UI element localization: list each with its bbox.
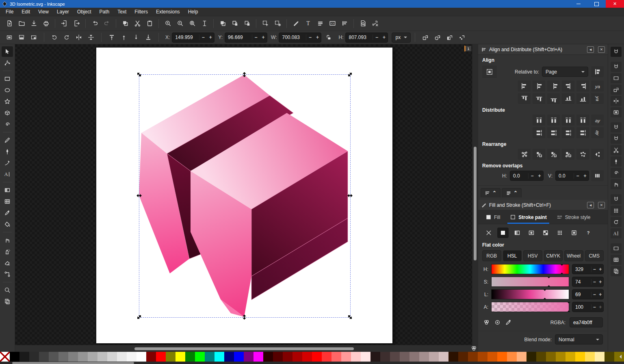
dock-float-button[interactable]: ◄ bbox=[587, 46, 594, 53]
palette-swatch[interactable] bbox=[107, 352, 117, 362]
palette-swatch[interactable] bbox=[556, 352, 566, 362]
palette-swatch[interactable] bbox=[117, 352, 127, 362]
palette-swatch[interactable] bbox=[254, 352, 263, 362]
overlap-v-field[interactable]: 0.0 −+ bbox=[555, 171, 589, 181]
palette-swatch[interactable] bbox=[234, 352, 244, 362]
selection-scale-handle[interactable] bbox=[241, 72, 247, 78]
raise-button[interactable] bbox=[118, 32, 130, 43]
colorspace-tab-hsv[interactable]: HSV bbox=[523, 250, 542, 261]
palette-swatch[interactable] bbox=[78, 352, 88, 362]
select-all-layers-button[interactable] bbox=[15, 32, 28, 43]
align-right-button[interactable] bbox=[562, 80, 574, 91]
lower-button[interactable] bbox=[130, 32, 142, 43]
palette-swatch[interactable] bbox=[526, 352, 536, 362]
horizontal-scrollbar-thumb[interactable] bbox=[134, 347, 354, 350]
selection-scale-handle[interactable] bbox=[347, 314, 353, 320]
exchange-clockwise-button[interactable] bbox=[562, 149, 574, 160]
palette-swatch[interactable] bbox=[302, 352, 312, 362]
palette-swatch[interactable] bbox=[214, 352, 224, 362]
palette-swatch[interactable] bbox=[29, 352, 39, 362]
y-increment[interactable]: + bbox=[260, 35, 267, 40]
palette-swatch[interactable] bbox=[49, 352, 58, 362]
unit-dropdown[interactable]: px bbox=[392, 32, 411, 43]
y-value[interactable]: 96.669 bbox=[225, 35, 252, 40]
h-field[interactable]: 807.093 −+ bbox=[345, 32, 388, 43]
tab-fill[interactable]: Fill bbox=[481, 210, 504, 224]
x-decrement[interactable]: − bbox=[199, 35, 207, 40]
palette-swatch[interactable] bbox=[546, 352, 556, 362]
palette-swatch[interactable] bbox=[536, 352, 546, 362]
unlink-clone-button[interactable] bbox=[241, 18, 253, 29]
selection-scale-handle[interactable] bbox=[241, 314, 247, 320]
overlap-v-value[interactable]: 0.0 bbox=[556, 173, 574, 179]
palette-swatch[interactable] bbox=[458, 352, 468, 362]
randomize-button[interactable] bbox=[576, 149, 589, 160]
palette-swatch[interactable] bbox=[283, 352, 292, 362]
slider-value-field[interactable]: 69−+ bbox=[572, 289, 604, 299]
rgba-value[interactable]: ea74b0ff bbox=[573, 320, 592, 325]
colorspace-tab-hsl[interactable]: HSL bbox=[503, 250, 522, 261]
tool-bezier-pen[interactable] bbox=[2, 146, 13, 157]
dropper-icon[interactable] bbox=[505, 319, 512, 326]
tool-tweak[interactable] bbox=[2, 235, 13, 245]
slider-increment[interactable]: + bbox=[598, 304, 604, 310]
edit-cut-button[interactable] bbox=[131, 18, 143, 29]
tool-node-editor[interactable] bbox=[2, 58, 13, 68]
overlap-h-value[interactable]: 0.0 bbox=[510, 173, 528, 179]
align-dialog-button[interactable] bbox=[338, 18, 351, 29]
tool-star[interactable] bbox=[2, 96, 13, 107]
edit-copy-button[interactable] bbox=[119, 18, 131, 29]
x-field[interactable]: 149.959 −+ bbox=[172, 32, 214, 43]
trace-bitmap-button[interactable] bbox=[271, 18, 284, 29]
dist-centers-h-button[interactable] bbox=[547, 115, 560, 126]
bbox-edges-button[interactable] bbox=[611, 73, 622, 83]
palette-swatch[interactable] bbox=[10, 352, 20, 362]
palette-swatch[interactable] bbox=[517, 352, 526, 362]
dialog-number-badge[interactable]: 1 bbox=[464, 46, 472, 52]
group-move-toggle[interactable] bbox=[591, 66, 604, 77]
document-save-button[interactable] bbox=[28, 18, 40, 29]
fill-stroke-panel-header[interactable]: Fill and Stroke (Shift+Ctrl+F) ◄ ✕ bbox=[478, 200, 608, 210]
close-button[interactable]: ✕ bbox=[606, 0, 624, 8]
tool-ellipse[interactable] bbox=[2, 85, 13, 95]
panel-close-button[interactable]: ✕ bbox=[598, 46, 605, 53]
palette-swatch[interactable] bbox=[312, 352, 322, 362]
palette-swatch[interactable] bbox=[370, 352, 380, 362]
blend-mode-dropdown[interactable]: Normal bbox=[555, 334, 603, 344]
dist-centers-v-button[interactable] bbox=[547, 127, 560, 138]
tool-connector[interactable] bbox=[2, 269, 13, 280]
align-left-button[interactable] bbox=[533, 80, 545, 91]
palette-swatch[interactable] bbox=[156, 352, 166, 362]
paint-none-button[interactable] bbox=[483, 228, 494, 238]
palette-swatch[interactable] bbox=[429, 352, 439, 362]
panel-close-button[interactable]: ✕ bbox=[598, 202, 605, 208]
swatch-circle-icon[interactable] bbox=[494, 319, 501, 326]
overlap-h-decrement[interactable]: − bbox=[528, 173, 536, 179]
overlap-h-field[interactable]: 0.0 −+ bbox=[510, 171, 544, 181]
palette-swatch[interactable] bbox=[585, 352, 595, 362]
palette-swatch[interactable] bbox=[146, 352, 156, 362]
palette-scroll-left-icon[interactable] bbox=[620, 355, 622, 359]
palette-swatch[interactable] bbox=[419, 352, 429, 362]
zoom-drawing-button[interactable] bbox=[174, 18, 186, 29]
palette-swatch[interactable] bbox=[58, 352, 68, 362]
xml-editor-button[interactable]: <> bbox=[326, 18, 338, 29]
remove-overlaps-button[interactable] bbox=[591, 170, 604, 181]
palette-swatch[interactable] bbox=[390, 352, 400, 362]
w-field[interactable]: 700.083 −+ bbox=[279, 32, 321, 43]
tool-text[interactable]: A bbox=[2, 169, 13, 180]
palette-swatch[interactable] bbox=[497, 352, 507, 362]
transform-gradient-button[interactable] bbox=[444, 32, 456, 43]
dist-left-edges-button[interactable] bbox=[533, 115, 545, 126]
menu-object[interactable]: Object bbox=[73, 8, 95, 15]
palette-swatch[interactable] bbox=[20, 352, 29, 362]
palette-swatch[interactable] bbox=[166, 352, 176, 362]
selection-scale-handle[interactable] bbox=[347, 72, 353, 78]
palette-scrollbar[interactable] bbox=[0, 362, 624, 364]
overlap-v-increment[interactable]: + bbox=[581, 173, 589, 179]
palette-swatch[interactable] bbox=[273, 352, 283, 362]
dist-right-edges-button[interactable] bbox=[562, 115, 574, 126]
lock-ratio-button[interactable] bbox=[323, 32, 335, 43]
dist-gaps-h-button[interactable] bbox=[576, 115, 589, 126]
palette-swatch-none[interactable] bbox=[0, 352, 10, 362]
